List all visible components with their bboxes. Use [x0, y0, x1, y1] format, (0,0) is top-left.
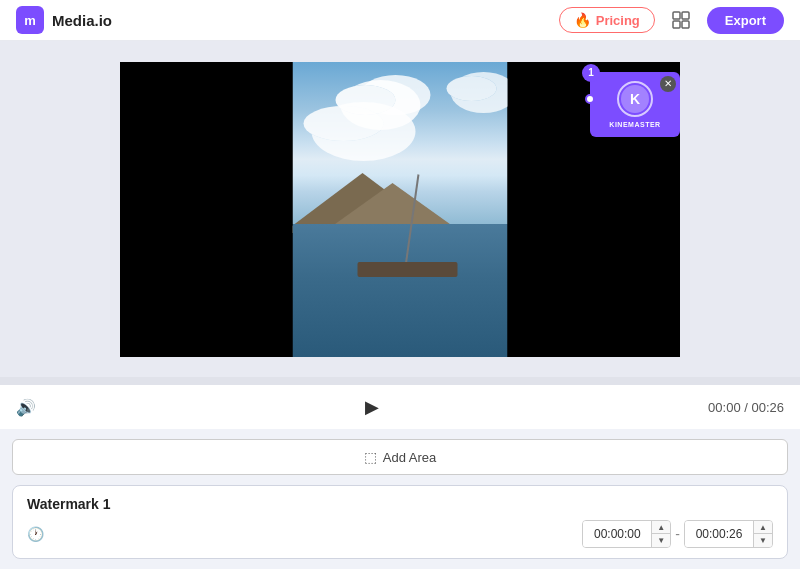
- svg-rect-3: [682, 21, 689, 28]
- start-time-spinner: ▲ ▼: [651, 521, 670, 547]
- watermark-overlay: 1 ✕ K KINEMASTER: [590, 72, 680, 137]
- boat-hull: [357, 262, 457, 277]
- cloud-3: [447, 76, 497, 101]
- fire-icon: 🔥: [574, 12, 591, 28]
- time-input-group: ▲ ▼ - ▲ ▼: [582, 520, 773, 548]
- svg-rect-1: [682, 12, 689, 19]
- time-display: 00:00 / 00:26: [708, 400, 784, 415]
- header-left: m Media.io: [16, 6, 112, 34]
- timeline-scrubber[interactable]: [0, 377, 800, 385]
- watermark-time-row: 🕐 ▲ ▼ - ▲ ▼: [27, 520, 773, 548]
- kinemaster-k-icon: K: [630, 91, 640, 107]
- clock-icon: 🕐: [27, 526, 44, 542]
- resize-handle[interactable]: [585, 94, 595, 104]
- volume-icon[interactable]: 🔊: [16, 398, 36, 417]
- cloud-2: [303, 106, 383, 141]
- start-time-field[interactable]: [583, 521, 651, 547]
- start-time-input[interactable]: ▲ ▼: [582, 520, 671, 548]
- end-time-spinner: ▲ ▼: [753, 521, 772, 547]
- header-right: 🔥 Pricing Export: [559, 4, 784, 36]
- app-name: Media.io: [52, 12, 112, 29]
- time-separator: -: [675, 526, 680, 542]
- watermark-badge: 1: [582, 64, 600, 82]
- main-content: 1 ✕ K KINEMASTER 🔊 ▶ 00:00 / 00:26 ⬚ Add: [0, 41, 800, 569]
- start-time-up[interactable]: ▲: [652, 521, 670, 534]
- pricing-button[interactable]: 🔥 Pricing: [559, 7, 655, 33]
- play-button[interactable]: ▶: [356, 391, 388, 423]
- end-time-field[interactable]: [685, 521, 753, 547]
- kinemaster-label: KINEMASTER: [609, 121, 660, 128]
- bottom-panel: ⬚ Add Area Watermark 1 🕐 ▲ ▼ -: [0, 429, 800, 569]
- add-area-label: Add Area: [383, 450, 437, 465]
- pricing-label: Pricing: [596, 13, 640, 28]
- video-frame: [293, 62, 508, 357]
- logo-icon: m: [16, 6, 44, 34]
- end-time-input[interactable]: ▲ ▼: [684, 520, 773, 548]
- water-bg: [293, 224, 508, 357]
- add-area-icon: ⬚: [364, 449, 377, 465]
- header: m Media.io 🔥 Pricing Export: [0, 0, 800, 41]
- end-time-down[interactable]: ▼: [754, 534, 772, 547]
- add-area-button[interactable]: ⬚ Add Area: [12, 439, 788, 475]
- svg-rect-0: [673, 12, 680, 19]
- watermark-logo-inner: K: [621, 85, 649, 113]
- player-controls: 🔊 ▶ 00:00 / 00:26: [0, 385, 800, 429]
- watermark-card-title: Watermark 1: [27, 496, 773, 512]
- watermark-logo-circle: K: [617, 81, 653, 117]
- watermark-card: Watermark 1 🕐 ▲ ▼ - ▲: [12, 485, 788, 559]
- video-wrapper: 1 ✕ K KINEMASTER: [120, 62, 680, 357]
- grid-layout-button[interactable]: [665, 4, 697, 36]
- start-time-down[interactable]: ▼: [652, 534, 670, 547]
- svg-rect-2: [673, 21, 680, 28]
- watermark-close-button[interactable]: ✕: [660, 76, 676, 92]
- video-container: 1 ✕ K KINEMASTER: [0, 41, 800, 377]
- end-time-up[interactable]: ▲: [754, 521, 772, 534]
- export-button[interactable]: Export: [707, 7, 784, 34]
